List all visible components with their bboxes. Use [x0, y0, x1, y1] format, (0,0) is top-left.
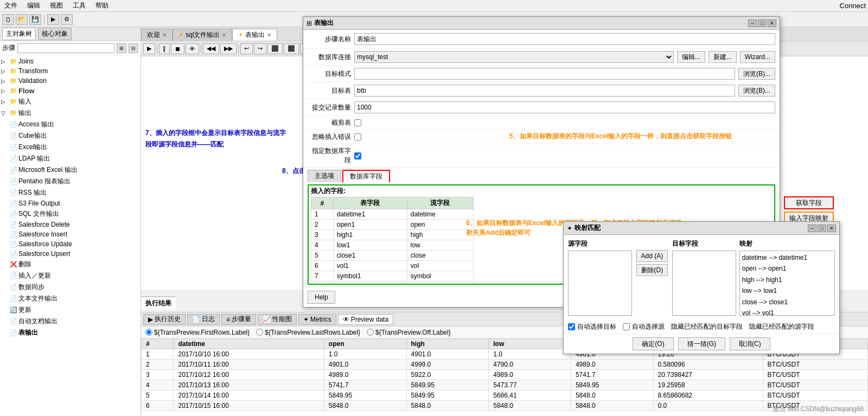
tree-item-output[interactable]: ▽ 📁 输出 [1, 107, 139, 119]
tab-sql[interactable]: ✦ sql文件输出 ✕ [173, 29, 232, 41]
db-conn-select[interactable]: mysql_test [354, 51, 674, 63]
bottom-tab-preview[interactable]: 👁 Preview data [338, 314, 393, 325]
tree-item-sf-delete[interactable]: 📄 Salesforce Delete [1, 220, 139, 229]
tree-item-datasync[interactable]: 📄 数据同步 [1, 281, 139, 293]
tree-item-sf-upsert[interactable]: 📄 Salesforce Upsert [1, 249, 139, 259]
tree-item-rss[interactable]: 📄 RSS 输出 [1, 187, 139, 199]
wizard-conn-btn[interactable]: Wizard... [740, 51, 775, 63]
edit-conn-btn[interactable]: 编辑... [677, 51, 705, 63]
truncate-checkbox[interactable] [354, 119, 361, 126]
menu-item-view[interactable]: 视图 [48, 1, 65, 10]
tree-item-update[interactable]: 🔄 更新 [1, 304, 139, 316]
tree-item-msexcel[interactable]: 📄 Microsoft Excel 输出 [1, 164, 139, 176]
tab-welcome[interactable]: 欢迎 ✕ [141, 29, 173, 41]
help-btn[interactable]: Help [308, 291, 335, 304]
tree-item-ldap[interactable]: 📄 LDAP 输出 [1, 153, 139, 164]
mapping-add-btn[interactable]: Add (A) [636, 250, 668, 262]
titlebar-minimize[interactable]: ─ [748, 20, 757, 27]
tab-sql-close[interactable]: ✕ [222, 32, 226, 38]
bottom-tab-log[interactable]: 📄 日志 [187, 314, 220, 325]
tree-label-output: 输出 [18, 108, 31, 118]
step-name-input[interactable] [354, 33, 775, 45]
tab-welcome-close[interactable]: ✕ [162, 32, 167, 38]
tree-item-validation[interactable]: ▷ 📁 Validation [1, 76, 139, 86]
tab-main-tree[interactable]: 主对象树 [2, 28, 36, 40]
bottom-tab-history[interactable]: ▶ 执行历史 [143, 314, 186, 325]
target-schema-input[interactable] [354, 68, 735, 80]
tree-item-tableout[interactable]: 📄 表输出 [1, 327, 139, 338]
tree-item-transform[interactable]: ▷ 📁 Transform [1, 66, 139, 76]
step-search-input[interactable] [17, 43, 114, 53]
toolbar-settings[interactable]: ⚙ [61, 14, 73, 25]
tree-item-insert-update[interactable]: 📄 插入／更新 [1, 270, 139, 281]
auto-select-source[interactable]: 自动选择源 [623, 322, 665, 331]
new-conn-btn[interactable]: 新建... [709, 51, 737, 63]
tree-item-flow[interactable]: ▷ 📁 Flow [1, 86, 139, 96]
step-list-icon[interactable]: ⊞ [117, 43, 126, 53]
toolbar-save[interactable]: 💾 [29, 14, 41, 25]
target-table-input[interactable] [354, 85, 735, 97]
canvas-stop-btn[interactable]: ⏹ [171, 43, 184, 54]
ignore-errors-checkbox[interactable] [354, 133, 361, 140]
auto-select-target[interactable]: 自动选择目标 [568, 322, 616, 331]
tab-core-obj[interactable]: 核心对象 [38, 28, 72, 40]
tree-item-cube[interactable]: 📄 Cube输出 [1, 130, 139, 142]
tree-item-excel[interactable]: 📄 Excel输出 [1, 142, 139, 153]
canvas-next-btn[interactable]: ▶▶ [220, 43, 237, 54]
fields-table-row: 1 datetime1 datetime [311, 209, 474, 220]
bottom-tab-perf[interactable]: 📈 性能图 [258, 314, 297, 325]
menu-item-tools[interactable]: 工具 [71, 1, 88, 10]
tree-item-autodoc[interactable]: 📄 自动文档输出 [1, 316, 139, 327]
browse-table-btn[interactable]: 浏览(B)... [738, 85, 775, 97]
tree-item-sf-insert[interactable]: 📄 Salesforce Insert [1, 229, 139, 239]
toolbar-run[interactable]: ▶ [47, 14, 59, 25]
bottom-tab-metrics[interactable]: ✦ Metrics [298, 314, 336, 325]
canvas-undo-btn[interactable]: ↩ [240, 43, 253, 54]
tree-item-delete[interactable]: ❌ 删除 [1, 259, 139, 270]
tree-item-joins[interactable]: ▷ 📁 Joins [1, 56, 139, 66]
toolbar-open[interactable]: 📂 [16, 14, 28, 25]
inner-tab-dbfields[interactable]: 数据库字段 [342, 170, 390, 182]
tree-item-input[interactable]: ▷ 📁 输入 [1, 96, 139, 107]
tab-tableout-close[interactable]: ✕ [267, 32, 271, 38]
radio-off[interactable]: ${TransPreview.Off.Label} [367, 329, 451, 336]
tree-item-textfile[interactable]: 📄 文本文件输出 [1, 293, 139, 304]
browse-schema-btn[interactable]: 浏览(B)... [738, 68, 775, 80]
tree-item-access[interactable]: 📄 Access 输出 [1, 119, 139, 130]
mapping-cancel-btn[interactable]: 取消(C) [730, 337, 770, 350]
commit-size-input[interactable] [354, 101, 775, 113]
step-grid-icon[interactable]: ⊟ [129, 43, 138, 53]
mapping-confirm-btn[interactable]: 确定(O) [633, 337, 673, 350]
db-conn-label: 数据库连接 [308, 53, 351, 62]
menu-item-help[interactable]: 帮助 [93, 1, 111, 10]
mapping-maximize[interactable]: □ [818, 225, 826, 232]
tree-item-sf-update[interactable]: 📄 Salesforce Update [1, 239, 139, 249]
canvas-redo-btn[interactable]: ↪ [254, 43, 266, 54]
radio-last-rows[interactable]: ${TransPreview.LastRows.Label} [256, 329, 360, 336]
canvas-align-btn2[interactable]: ⬛ [284, 43, 299, 54]
canvas-prev-btn[interactable]: ◀◀ [203, 43, 219, 54]
inner-tab-main[interactable]: 主选项 [308, 170, 341, 182]
radio-first-rows[interactable]: ${TransPreview.FirstRows.Label} [145, 329, 250, 336]
menu-item-edit[interactable]: 编辑 [25, 1, 42, 10]
mapping-guess-btn[interactable]: 猜一猜(G) [678, 337, 725, 350]
mapping-delete-btn[interactable]: 删除(D) [636, 264, 668, 276]
mapping-minimize[interactable]: ─ [808, 225, 816, 232]
mapping-close[interactable]: ✕ [827, 225, 836, 232]
mapping-action-btns: Add (A) 删除(D) [635, 239, 669, 276]
titlebar-maximize[interactable]: □ [758, 20, 767, 27]
tree-item-sql[interactable]: 📄 SQL 文件输出 [1, 208, 139, 220]
tree-item-pentaho[interactable]: 📄 Pentaho 报表输出 [1, 176, 139, 187]
titlebar-close[interactable]: ✕ [768, 20, 776, 27]
tree-item-s3[interactable]: 📄 S3 File Output [1, 199, 139, 208]
bottom-tab-steps[interactable]: ≡ 步骤量 [221, 314, 256, 325]
tab-tableout[interactable]: ✦ 表输出 ✕ [232, 29, 277, 41]
canvas-run-btn[interactable]: ▶ [143, 43, 155, 54]
toolbar-new[interactable]: 🗋 [2, 14, 14, 25]
canvas-preview-btn[interactable]: 👁 [186, 43, 199, 54]
canvas-pause-btn[interactable]: ‖ [159, 43, 170, 54]
specify-fields-checkbox[interactable] [354, 152, 361, 159]
menu-item-file[interactable]: 文件 [2, 1, 20, 10]
get-fields-btn[interactable]: 获取字段 [784, 196, 834, 209]
canvas-align-btn1[interactable]: ⬛ [267, 43, 283, 54]
